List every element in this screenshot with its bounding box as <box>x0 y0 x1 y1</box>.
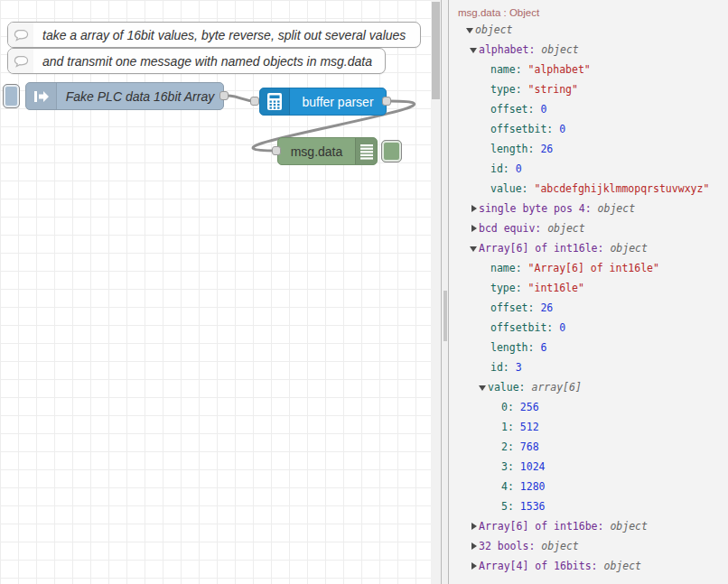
debug-key: name: <box>490 262 528 274</box>
collapse-arrow-icon[interactable] <box>470 44 479 55</box>
debug-row: offsetbit: 0 <box>449 119 728 139</box>
debug-value: "int16le" <box>528 282 584 294</box>
debug-value: array[6] <box>531 381 581 394</box>
debug-row: type: "int16le" <box>449 278 728 298</box>
arrow-spacer <box>481 64 490 75</box>
debug-row[interactable]: value: array[6] <box>449 377 728 397</box>
debug-key: 5: <box>501 500 520 513</box>
inject-output-port[interactable] <box>219 91 229 100</box>
arrow-spacer <box>481 144 490 154</box>
debug-sidebar: msg.data : Object objectalphabet: object… <box>449 0 728 584</box>
debug-row[interactable]: object <box>449 20 728 40</box>
debug-value: "string" <box>528 83 578 96</box>
debug-row[interactable]: bcd equiv: object <box>449 218 728 238</box>
expand-arrow-icon[interactable] <box>470 203 479 214</box>
buffer-parser-input-port[interactable] <box>250 97 259 106</box>
debug-value: 26 <box>540 301 553 314</box>
debug-value: 26 <box>540 143 553 155</box>
debug-tree: objectalphabet: objectname: "alphabet"ty… <box>449 20 728 576</box>
debug-row: 3: 1024 <box>449 457 728 477</box>
debug-value: object <box>541 540 579 552</box>
debug-key: name: <box>490 63 528 76</box>
arrow-spacer <box>481 342 490 353</box>
expand-arrow-icon[interactable] <box>470 223 479 234</box>
debug-row[interactable]: Array[6] of int16be: object <box>449 516 728 536</box>
comment-label: take a array of 16bit values, byte rever… <box>33 28 406 42</box>
debug-node[interactable]: msg.data <box>277 137 378 165</box>
inject-node[interactable]: Fake PLC data 16bit Array <box>25 82 224 110</box>
debug-value: 3 <box>516 361 522 374</box>
buffer-parser-node[interactable]: buffer parser <box>259 88 387 116</box>
canvas-vertical-scrollbar[interactable] <box>431 0 441 584</box>
debug-key: single byte pos 4: <box>479 202 598 215</box>
debug-value: 256 <box>520 401 539 413</box>
debug-key: offset: <box>490 103 540 116</box>
debug-value: 512 <box>520 421 539 433</box>
calculator-icon <box>260 88 290 115</box>
debug-key: 32 bools: <box>479 540 541 552</box>
expand-arrow-icon[interactable] <box>470 561 479 571</box>
sidebar-separator[interactable] <box>441 0 449 584</box>
debug-row: value: "abcdefghijklmmopqrstuvwxyz" <box>449 179 728 199</box>
debug-key: 2: <box>501 440 520 453</box>
debug-row: length: 26 <box>449 139 728 159</box>
expand-arrow-icon[interactable] <box>470 521 479 532</box>
buffer-parser-output-port[interactable] <box>382 97 391 106</box>
collapse-arrow-icon[interactable] <box>466 24 475 35</box>
debug-row[interactable]: 32 bools: object <box>449 536 728 556</box>
collapse-arrow-icon[interactable] <box>470 243 479 254</box>
debug-row[interactable]: Array[6] of int16le: object <box>449 238 728 258</box>
debug-row: 0: 256 <box>449 397 728 417</box>
debug-value: object <box>541 43 579 56</box>
expand-arrow-icon[interactable] <box>470 541 479 552</box>
arrow-spacer <box>492 402 501 413</box>
debug-value: object <box>547 222 585 235</box>
debug-key: Array[6] of int16le: <box>479 242 610 255</box>
debug-toggle-button[interactable] <box>381 140 402 162</box>
collapse-arrow-icon[interactable] <box>479 382 488 393</box>
scrollbar-thumb[interactable] <box>432 2 440 99</box>
debug-key: value: <box>488 381 531 394</box>
debug-key: length: <box>490 143 540 155</box>
debug-value: object <box>603 560 641 572</box>
debug-value: 0 <box>516 162 522 175</box>
debug-value: "abcdefghijklmmopqrstuvwxyz" <box>534 182 709 195</box>
debug-row: offset: 26 <box>449 298 728 318</box>
debug-key: Array[6] of int16be: <box>479 520 610 533</box>
arrow-spacer <box>481 283 490 293</box>
arrow-spacer <box>481 302 490 313</box>
inject-node-label: Fake PLC data 16bit Array <box>57 89 223 104</box>
debug-key: id: <box>490 361 516 374</box>
debug-row: type: "string" <box>449 79 728 99</box>
comment-bubble-icon <box>8 23 33 47</box>
debug-value: object <box>598 202 636 215</box>
inject-button[interactable] <box>3 84 20 108</box>
debug-value: object <box>610 520 648 533</box>
debug-input-port[interactable] <box>272 146 281 155</box>
debug-key: 1: <box>501 421 520 433</box>
arrow-spacer <box>492 501 501 512</box>
debug-key: alphabet: <box>479 43 541 56</box>
debug-row[interactable]: single byte pos 4: object <box>449 199 728 218</box>
comment-node[interactable]: and transmit one message with named obje… <box>7 48 386 74</box>
node-red-editor: take a array of 16bit values, byte rever… <box>0 0 728 584</box>
debug-value: 1280 <box>520 480 546 493</box>
debug-value: 0 <box>559 123 565 135</box>
comment-node[interactable]: take a array of 16bit values, byte rever… <box>7 22 421 48</box>
arrow-spacer <box>481 183 490 194</box>
debug-key: id: <box>490 162 516 175</box>
debug-message-path: msg.data : Object <box>458 5 728 20</box>
debug-key: offset: <box>490 301 540 314</box>
debug-row: id: 3 <box>449 357 728 377</box>
arrow-spacer <box>481 124 490 134</box>
debug-value: object <box>475 23 513 36</box>
debug-row[interactable]: alphabet: object <box>449 40 728 60</box>
separator-grip[interactable] <box>443 291 447 341</box>
flow-canvas[interactable]: take a array of 16bit values, byte rever… <box>0 0 431 584</box>
debug-key: value: <box>490 182 534 195</box>
debug-value: 6 <box>540 341 546 354</box>
debug-key: length: <box>490 341 540 354</box>
debug-row[interactable]: Array[4] of 16bits: object <box>449 556 728 576</box>
arrow-spacer <box>492 461 501 472</box>
debug-row: id: 0 <box>449 159 728 179</box>
